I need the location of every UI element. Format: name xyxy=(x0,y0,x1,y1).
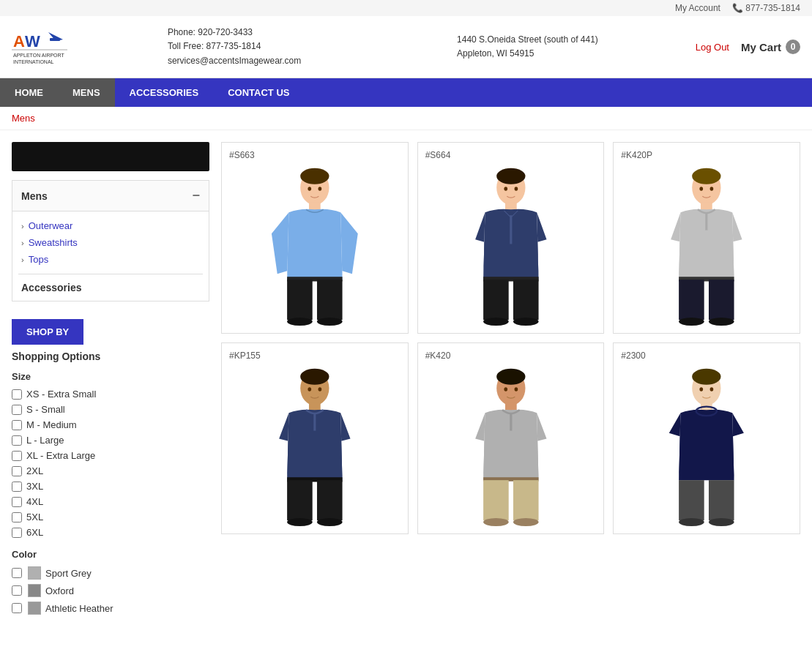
athletic-heather-swatch xyxy=(28,602,41,615)
svg-point-67 xyxy=(679,518,704,526)
size-xs-checkbox[interactable] xyxy=(12,389,22,400)
svg-point-37 xyxy=(700,187,704,191)
svg-text:A: A xyxy=(13,32,25,50)
size-m-checkbox[interactable] xyxy=(12,420,22,430)
svg-point-36 xyxy=(709,318,734,326)
product-sku: #S663 xyxy=(229,150,401,160)
svg-point-47 xyxy=(317,518,343,526)
svg-point-51 xyxy=(496,369,525,385)
svg-point-25 xyxy=(513,318,539,326)
nav-mens[interactable]: MENS xyxy=(58,78,115,107)
svg-point-27 xyxy=(514,187,518,191)
size-s-checkbox[interactable] xyxy=(12,405,22,415)
size-5xl-checkbox[interactable] xyxy=(12,512,22,522)
svg-point-59 xyxy=(504,387,507,392)
product-card-2300[interactable]: #2300 xyxy=(613,342,800,534)
size-3xl[interactable]: 3XL xyxy=(12,479,209,494)
product-image xyxy=(425,365,597,526)
product-card-s664[interactable]: #S664 xyxy=(417,142,605,334)
size-3xl-checkbox[interactable] xyxy=(12,482,22,492)
svg-rect-65 xyxy=(679,480,704,520)
product-sku: #KP155 xyxy=(229,351,401,361)
color-athletic-heather[interactable]: Athletic Heather xyxy=(12,599,209,617)
size-filter-title: Size xyxy=(12,371,209,382)
header-address: 1440 S.Oneida Street (south of 441) Appl… xyxy=(457,33,598,61)
svg-point-16 xyxy=(319,187,322,191)
product-image xyxy=(229,365,401,526)
size-s[interactable]: S - Small xyxy=(12,402,209,417)
shopping-options-title: Shopping Options xyxy=(12,351,209,362)
svg-point-46 xyxy=(287,518,313,526)
svg-point-68 xyxy=(709,518,734,526)
product-card-s663[interactable]: #S663 xyxy=(221,142,409,334)
product-card-k420[interactable]: #K420 xyxy=(417,342,605,534)
svg-point-38 xyxy=(710,187,714,191)
logo-image: A W APPLETON AIRPORT INTERNATIONAL xyxy=(12,25,70,69)
collapse-mens-button[interactable]: − xyxy=(192,188,200,203)
color-sport-grey-checkbox[interactable] xyxy=(12,568,22,578)
size-6xl-checkbox[interactable] xyxy=(12,528,22,538)
product-sku: #K420P xyxy=(621,150,792,160)
cart-button[interactable]: My Cart 0 xyxy=(741,40,800,54)
svg-rect-12 xyxy=(317,280,343,320)
product-card-kp155[interactable]: #KP155 xyxy=(221,342,409,534)
color-oxford-checkbox[interactable] xyxy=(12,585,22,596)
size-xl[interactable]: XL - Extra Large xyxy=(12,448,209,463)
size-m[interactable]: M - Medium xyxy=(12,417,209,432)
size-4xl[interactable]: 4XL xyxy=(12,494,209,509)
sidebar-item-outerwear[interactable]: › Outerwear xyxy=(21,217,200,234)
color-sport-grey[interactable]: Sport Grey xyxy=(12,564,209,582)
svg-point-13 xyxy=(287,318,313,326)
svg-rect-34 xyxy=(709,280,734,320)
my-account-link[interactable]: My Account xyxy=(675,3,720,13)
product-image xyxy=(621,165,792,326)
svg-rect-20 xyxy=(510,215,512,244)
size-xl-checkbox[interactable] xyxy=(12,451,22,461)
size-l[interactable]: L - Large xyxy=(12,432,209,448)
arrow-icon: › xyxy=(21,255,24,264)
size-xs[interactable]: XS - Extra Small xyxy=(12,386,209,402)
size-4xl-checkbox[interactable] xyxy=(12,497,22,507)
svg-text:INTERNATIONAL: INTERNATIONAL xyxy=(13,59,54,64)
header-contact: Phone: 920-720-3433 Toll Free: 877-735-1… xyxy=(168,26,301,68)
color-athletic-heather-checkbox[interactable] xyxy=(12,603,22,613)
product-sku: #K420 xyxy=(425,351,597,361)
size-2xl-checkbox[interactable] xyxy=(12,466,22,476)
sidebar-item-tops[interactable]: › Tops xyxy=(21,251,200,268)
svg-point-70 xyxy=(710,387,714,392)
svg-point-26 xyxy=(504,187,507,191)
cart-count: 0 xyxy=(786,40,800,54)
product-sku: #S664 xyxy=(425,150,597,160)
sidebar-search[interactable] xyxy=(12,142,209,171)
svg-point-58 xyxy=(513,518,539,526)
svg-point-8 xyxy=(300,168,329,184)
product-sku: #2300 xyxy=(621,351,792,361)
size-5xl[interactable]: 5XL xyxy=(12,509,209,525)
svg-point-15 xyxy=(308,187,311,191)
size-l-checkbox[interactable] xyxy=(12,435,22,446)
nav-home[interactable]: HOME xyxy=(0,78,58,107)
header: A W APPLETON AIRPORT INTERNATIONAL Phone… xyxy=(0,16,812,78)
product-image xyxy=(621,365,792,526)
logout-button[interactable]: Log Out xyxy=(696,42,729,53)
nav-contact[interactable]: CONTACT US xyxy=(213,78,304,107)
sidebar-item-sweatshirts[interactable]: › Sweatshirts xyxy=(21,234,200,251)
size-6xl[interactable]: 6XL xyxy=(12,525,209,540)
breadcrumb-link[interactable]: Mens xyxy=(12,113,35,124)
phone-icon: 📞 xyxy=(732,3,743,13)
svg-point-69 xyxy=(700,387,704,392)
size-2xl[interactable]: 2XL xyxy=(12,463,209,479)
svg-rect-11 xyxy=(287,280,313,320)
shop-by-button[interactable]: SHOP BY xyxy=(12,319,83,345)
oxford-swatch xyxy=(28,584,41,597)
size-filter-list: XS - Extra Small S - Small M - Medium L … xyxy=(12,386,209,540)
nav-accessories[interactable]: ACCESSORIES xyxy=(115,78,214,107)
svg-point-48 xyxy=(308,387,311,392)
svg-point-49 xyxy=(319,387,322,392)
sidebar-accessories-label[interactable]: Accessories xyxy=(12,274,209,301)
product-card-k420p[interactable]: #K420P xyxy=(613,142,800,334)
main-layout: Mens − › Outerwear › Sweatshirts › Tops … xyxy=(0,130,812,629)
svg-rect-66 xyxy=(709,480,734,520)
sport-grey-swatch xyxy=(28,566,41,580)
color-oxford[interactable]: Oxford xyxy=(12,582,209,599)
